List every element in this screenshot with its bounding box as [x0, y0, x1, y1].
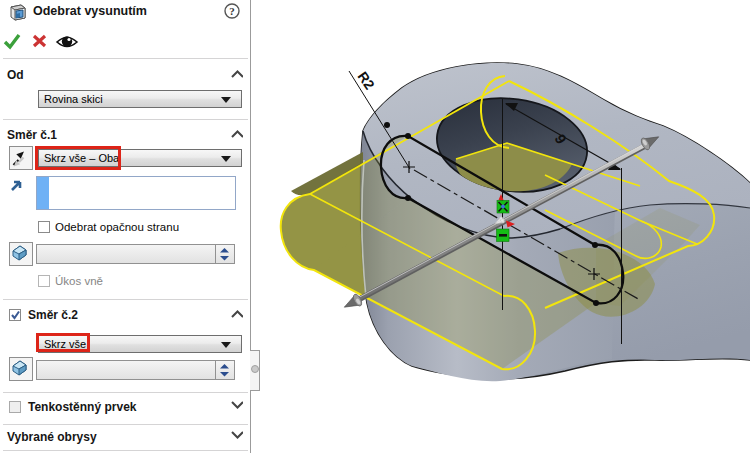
svg-text:R2: R2 — [355, 69, 378, 93]
svg-text:?: ? — [229, 5, 235, 17]
